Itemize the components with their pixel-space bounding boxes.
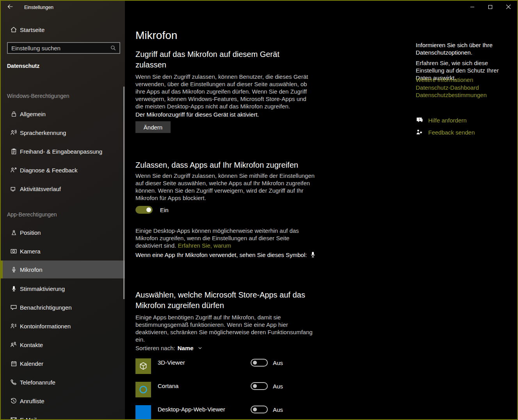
activity-history-icon <box>10 185 17 192</box>
app-access-toggle-row: Ein <box>135 206 169 214</box>
sidebar-item-position[interactable]: Position <box>1 224 125 241</box>
speech-recognition-icon <box>10 129 17 136</box>
section-body-store-apps: Einige Apps benötigen Zugriff auf Ihr Mi… <box>135 314 315 343</box>
sidebar-item-kontoinformationen[interactable]: Kontoinformationen <box>1 317 125 335</box>
section-body-app-access: Wenn Sie den Zugriff zulassen, können Si… <box>135 172 315 202</box>
learn-why-link[interactable]: Erfahren Sie, warum <box>178 242 231 249</box>
back-button[interactable] <box>1 1 20 14</box>
clipboard-icon <box>10 148 17 155</box>
app-toggle-3d-viewer[interactable] <box>251 359 268 367</box>
sidebar-item-anrufliste[interactable]: Anrufliste <box>1 392 125 409</box>
sidebar-item-label: Position <box>20 229 41 236</box>
sidebar-item-label: Kalender <box>20 360 43 367</box>
minimize-icon <box>470 4 475 11</box>
get-help-link[interactable]: Hilfe anfordern <box>428 117 466 124</box>
svg-text:?: ? <box>418 118 420 121</box>
sidebar-item-stimmaktivierung[interactable]: Stimmaktivierung <box>1 280 125 297</box>
app-access-toggle[interactable] <box>135 206 153 214</box>
app-name: 3D-Viewer <box>158 359 185 366</box>
symbol-note-row: Wenn eine App Ihr Mikrofon verwendet, se… <box>135 252 316 258</box>
section-heading-app-access: Zulassen, dass Apps auf Ihr Mikrofon zug… <box>135 160 315 170</box>
sidebar-item-label: Freihand- & Eingabeanpassung <box>20 148 102 155</box>
sidebar-item-home[interactable]: Startseite <box>1 21 125 38</box>
sidebar-item-telefonanrufe[interactable]: Telefonanrufe <box>1 374 125 391</box>
section-label-windows-permissions: Windows-Berechtigungen <box>7 93 69 99</box>
calendar-icon <box>10 360 17 367</box>
call-history-icon <box>10 397 17 404</box>
settings-window: Einstellungen Startseite Datenschutz Win… <box>0 0 518 420</box>
app-name: Desktop-App-Web-Viewer <box>158 406 225 413</box>
close-icon <box>506 4 511 11</box>
app-toggle-state: Aus <box>273 383 283 390</box>
send-feedback-link[interactable]: Feedback senden <box>428 129 475 136</box>
page-title: Mikrofon <box>135 29 177 42</box>
get-help-row: ? Hilfe anfordern <box>416 116 466 124</box>
sidebar-item-label: Stimmaktivierung <box>20 285 65 292</box>
close-button[interactable] <box>499 1 517 14</box>
phone-icon <box>10 379 17 386</box>
link-weitere-informationen[interactable]: Weitere Informationen <box>416 76 513 84</box>
sidebar: Einstellungen Startseite Datenschutz Win… <box>1 1 125 419</box>
sidebar-item-label: Spracherkennung <box>20 129 66 136</box>
maximize-icon <box>488 4 493 11</box>
search-icon[interactable] <box>110 45 116 51</box>
window-controls <box>463 1 517 14</box>
sidebar-item-label: Mikrofon <box>20 266 43 273</box>
sidebar-item-label: Benachrichtigungen <box>20 304 72 311</box>
microphone-in-use-icon <box>310 252 316 258</box>
device-access-status: Der Mikrofonzugriff für dieses Gerät ist… <box>135 111 259 118</box>
section-heading-device-access: Zugriff auf das Mikrofon auf diesem Gerä… <box>135 49 292 70</box>
category-title: Datenschutz <box>7 63 39 69</box>
sidebar-item-diagnose[interactable]: Diagnose & Feedback <box>1 161 125 179</box>
sidebar-item-benachrichtigungen[interactable]: Benachrichtigungen <box>1 299 125 316</box>
sidebar-item-kontakte[interactable]: Kontakte <box>1 336 125 353</box>
sidebar-item-label: Telefonanrufe <box>20 379 55 386</box>
sort-value[interactable]: Name <box>178 345 194 351</box>
blue-tile-icon <box>135 405 151 420</box>
sidebar-item-label: Aktivitätsverlauf <box>20 186 61 192</box>
camera-icon <box>10 248 17 255</box>
sidebar-item-label: Allgemein <box>20 111 46 117</box>
link-datenschutzbestimmungen[interactable]: Datenschutzbestimmungen <box>416 91 513 99</box>
map-pin-icon <box>10 229 17 236</box>
chevron-down-icon[interactable] <box>198 346 203 351</box>
voice-activation-icon <box>10 285 17 292</box>
sidebar-item-kalender[interactable]: Kalender <box>1 355 125 372</box>
send-feedback-row: Feedback senden <box>416 129 475 136</box>
sidebar-item-allgemein[interactable]: Allgemein <box>1 105 125 122</box>
search-input[interactable] <box>8 45 110 51</box>
privacy-options-intro: Informieren Sie sich über Ihre Datenschu… <box>416 41 513 56</box>
sidebar-item-aktivitaetsverlauf[interactable]: Aktivitätsverlauf <box>1 180 125 197</box>
microphone-icon <box>10 266 17 273</box>
sidebar-item-freihand[interactable]: Freihand- & Eingabeanpassung <box>1 143 125 160</box>
desktop-apps-note: Einige Desktop-Apps können möglicherweis… <box>135 227 314 249</box>
section-label-app-permissions: App-Berechtigungen <box>7 211 57 218</box>
link-datenschutz-dashboard[interactable]: Datenschutz-Dashboard <box>416 84 513 92</box>
sidebar-item-label: Kontoinformationen <box>20 323 71 330</box>
window-title: Einstellungen <box>24 5 53 10</box>
sidebar-scrollbar-thumb[interactable] <box>123 87 125 299</box>
sidebar-item-mikrofon[interactable]: Mikrofon <box>1 261 125 278</box>
sidebar-item-label: Diagnose & Feedback <box>20 167 78 174</box>
sidebar-item-label: Kontakte <box>20 342 43 348</box>
app-name: Cortana <box>158 383 178 389</box>
maximize-button[interactable] <box>481 1 499 14</box>
section-body-device-access: Wenn Sie den Zugriff zulassen, können Be… <box>135 73 312 110</box>
app-toggle-desktop-app-web-viewer[interactable] <box>251 406 268 413</box>
account-info-icon <box>10 323 17 330</box>
symbol-note-text: Wenn eine App Ihr Mikrofon verwendet, se… <box>135 252 307 258</box>
sidebar-item-spracherkennung[interactable]: Spracherkennung <box>1 124 125 141</box>
app-row-3d-viewer: 3D-Viewer Aus <box>135 358 315 374</box>
sidebar-item-kamera[interactable]: Kamera <box>1 243 125 260</box>
privacy-links: Weitere Informationen Datenschutz-Dashbo… <box>416 76 513 99</box>
sidebar-item-email[interactable]: E-Mail <box>1 411 125 420</box>
sidebar-item-label: Kamera <box>20 248 41 255</box>
app-row-desktop-app-web-viewer: Desktop-App-Web-Viewer Aus <box>135 405 315 420</box>
back-arrow-icon <box>7 4 13 11</box>
change-button[interactable]: Ändern <box>135 121 171 133</box>
app-toggle-cortana[interactable] <box>251 382 268 390</box>
sort-label: Sortieren nach: <box>135 345 175 351</box>
minimize-button[interactable] <box>463 1 481 14</box>
sidebar-item-label: Anrufliste <box>20 398 45 404</box>
sort-row: Sortieren nach: Name <box>135 345 203 351</box>
